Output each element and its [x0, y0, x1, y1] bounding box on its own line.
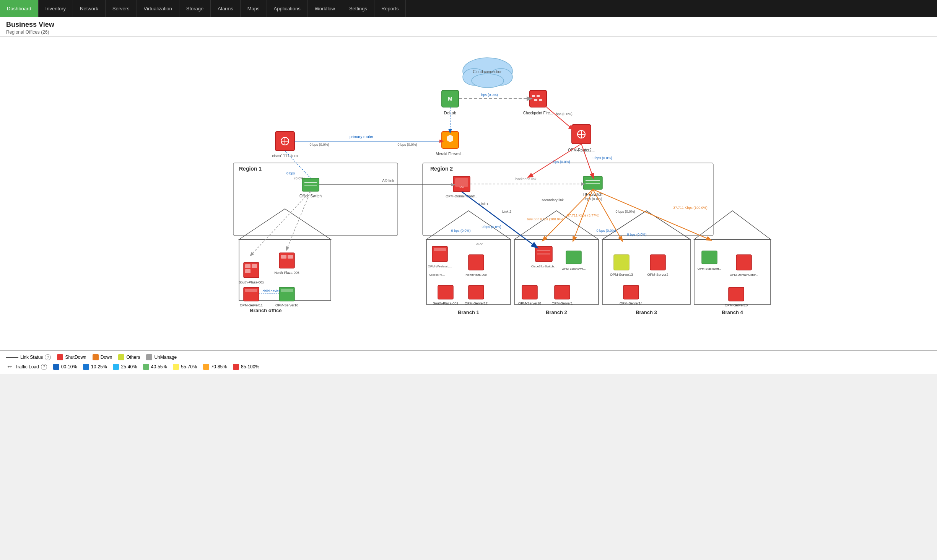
nav-alarms[interactable]: Alarms [211, 0, 240, 17]
svg-text:(0.0%): (0.0%) [294, 176, 305, 180]
svg-text:Cisco37x-Switch...: Cisco37x-Switch... [531, 265, 556, 268]
svg-text:North-Plaza-005: North-Plaza-005 [274, 271, 299, 275]
svg-text:bps (0.0%): bps (0.0%) [556, 112, 573, 116]
svg-rect-109 [522, 285, 537, 299]
others-label: Others [126, 355, 140, 360]
nav-applications[interactable]: Applications [267, 0, 308, 17]
network-canvas[interactable]: Cloud connection M DeLab Checkpoint Fire… [0, 37, 937, 350]
traffic-55-70-item: 55-70% [173, 364, 197, 370]
svg-rect-8 [530, 90, 547, 107]
svg-rect-127 [736, 255, 752, 270]
svg-text:backbone link: backbone link [515, 177, 537, 181]
svg-text:0 bps (0.0%): 0 bps (0.0%) [397, 143, 417, 147]
others-icon [118, 354, 124, 360]
link-status-line [6, 357, 18, 358]
svg-rect-114 [602, 239, 690, 304]
svg-rect-118 [650, 255, 665, 270]
svg-rect-80 [281, 289, 293, 292]
svg-text:Region 2: Region 2 [430, 166, 453, 172]
page-header: Business View Regional Offices (26) [0, 17, 937, 37]
nav-storage[interactable]: Storage [179, 0, 211, 17]
svg-text:OPM-WirelessL...: OPM-WirelessL... [428, 265, 452, 268]
svg-text:Link 2: Link 2 [502, 210, 511, 213]
svg-rect-38 [302, 178, 319, 191]
traffic-10-25-icon [83, 364, 89, 370]
traffic-55-70-icon [173, 364, 179, 370]
main-nav: Dashboard Inventory Network Servers Virt… [0, 0, 937, 17]
svg-text:37.711 Kbps (100.0%): 37.711 Kbps (100.0%) [673, 206, 708, 210]
traffic-25-40-item: 25-40% [113, 364, 137, 370]
svg-rect-120 [623, 285, 639, 299]
page-subtitle: Regional Offices (26) [6, 29, 931, 35]
down-label: Down [101, 355, 112, 360]
nav-network[interactable]: Network [73, 0, 106, 17]
svg-text:OPM-Server20: OPM-Server20 [725, 303, 748, 307]
others-item: Others [118, 354, 140, 360]
traffic-70-85-label: 70-85% [211, 364, 227, 370]
svg-rect-11 [534, 99, 537, 101]
traffic-help[interactable]: ? [41, 364, 47, 370]
svg-rect-12 [539, 99, 542, 101]
traffic-arrow-icon: ↔ [6, 363, 13, 371]
unmanage-icon [146, 354, 152, 360]
svg-rect-107 [566, 251, 581, 264]
svg-rect-129 [729, 287, 744, 301]
nav-inventory[interactable]: Inventory [39, 0, 73, 17]
nav-reports[interactable]: Reports [374, 0, 406, 17]
legend-bar: Link Status ? ShutDown Down Others UnMan… [0, 350, 937, 374]
svg-rect-96 [438, 285, 453, 299]
svg-text:M: M [448, 96, 452, 102]
svg-text:0 bps (0.0%): 0 bps (0.0%) [451, 229, 470, 233]
svg-text:Link 1: Link 1 [479, 202, 488, 206]
svg-text:cisco1111.itom: cisco1111.itom [272, 154, 298, 158]
traffic-40-55-label: 40-55% [151, 364, 167, 370]
svg-text:0 bps (0.0%): 0 bps (0.0%) [309, 143, 329, 147]
svg-text:bps (0.0%): bps (0.0%) [481, 93, 498, 97]
legend-link-status-row: Link Status ? ShutDown Down Others UnMan… [6, 354, 931, 360]
shutdown-label: ShutDown [65, 355, 86, 360]
traffic-10-25-label: 10-25% [91, 364, 107, 370]
svg-text:Checkpoint Fire...: Checkpoint Fire... [523, 111, 553, 115]
svg-rect-68 [245, 264, 251, 268]
svg-text:Branch 1: Branch 1 [458, 309, 479, 315]
svg-rect-98 [468, 285, 484, 299]
svg-text:AccessPo...: AccessPo... [429, 273, 445, 277]
svg-marker-64 [239, 209, 331, 239]
svg-text:OPM-Server12: OPM-Server12 [465, 301, 488, 305]
svg-rect-45 [423, 163, 713, 236]
nav-dashboard[interactable]: Dashboard [0, 0, 39, 17]
svg-text:0 bps (0.0%): 0 bps (0.0%) [550, 160, 570, 164]
svg-text:primary router: primary router [350, 135, 374, 139]
nav-virtualization[interactable]: Virtualization [137, 0, 179, 17]
svg-rect-70 [245, 269, 251, 273]
unmanage-item: UnManage [146, 354, 177, 360]
svg-text:Cloud connection: Cloud connection [473, 70, 502, 74]
svg-text:OPM-Server13: OPM-Server13 [610, 273, 633, 277]
svg-text:OPM-Server2: OPM-Server2 [647, 273, 668, 277]
svg-rect-74 [288, 255, 293, 259]
svg-rect-77 [245, 289, 257, 292]
svg-marker-122 [694, 211, 771, 239]
traffic-label: Traffic Load [15, 364, 39, 370]
svg-text:OPM-StackSwit...: OPM-StackSwit... [562, 267, 586, 270]
nav-servers[interactable]: Servers [106, 0, 137, 17]
nav-maps[interactable]: Maps [241, 0, 267, 17]
traffic-55-70-label: 55-70% [181, 364, 197, 370]
svg-rect-94 [468, 255, 484, 270]
svg-rect-111 [555, 285, 570, 299]
nav-settings[interactable]: Settings [342, 0, 374, 17]
nav-workflow[interactable]: Workflow [308, 0, 342, 17]
svg-text:OPM-DomainContr...: OPM-DomainContr... [730, 273, 758, 277]
legend-traffic-row: ↔ Traffic Load ? 00-10% 10-25% 25-40% 40… [6, 363, 931, 371]
traffic-label-item: ↔ Traffic Load ? [6, 363, 47, 371]
link-status-label: Link Status [20, 355, 43, 360]
svg-text:AP2: AP2 [476, 242, 483, 246]
svg-text:0 bps (0.0%): 0 bps (0.0%) [615, 210, 635, 213]
traffic-25-40-icon [113, 364, 119, 370]
traffic-70-85-icon [203, 364, 209, 370]
svg-line-139 [462, 192, 535, 246]
svg-rect-9 [532, 95, 535, 97]
svg-text:0 bps (0.0%): 0 bps (0.0%) [592, 156, 612, 160]
link-status-help[interactable]: ? [45, 354, 51, 360]
svg-rect-51 [583, 176, 602, 189]
